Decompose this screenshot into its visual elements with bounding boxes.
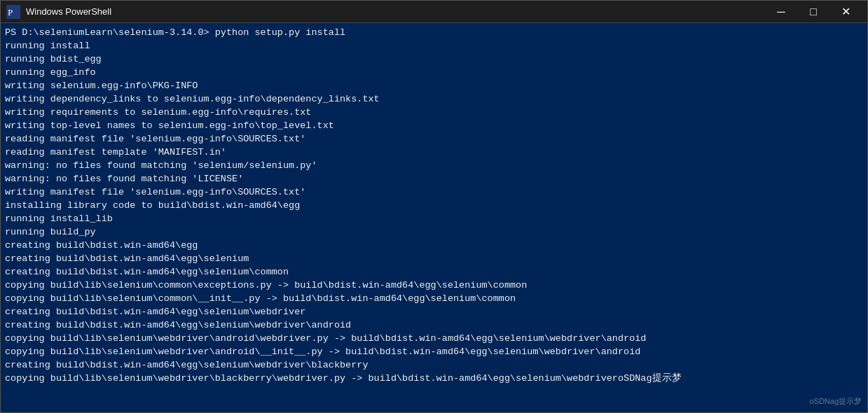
terminal-line: writing manifest file 'selenium.egg-info… <box>5 186 853 199</box>
svg-text:P: P <box>8 7 13 18</box>
powershell-window: P Windows PowerShell ─ □ ✕ PS D:\seleniu… <box>0 0 868 413</box>
terminal-body[interactable]: PS D:\seleniumLearn\selenium-3.14.0> pyt… <box>1 23 867 412</box>
terminal-line: copying build\lib\selenium\webdriver\and… <box>5 332 853 345</box>
terminal-line: creating build\bdist.win-amd64\egg\selen… <box>5 305 853 318</box>
terminal-line: copying build\lib\selenium\webdriver\and… <box>5 345 853 358</box>
terminal-line: copying build\lib\selenium\common\except… <box>5 279 853 292</box>
terminal-line: copying build\lib\selenium\webdriver\bla… <box>5 372 853 385</box>
terminal-line: writing requirements to selenium.egg-inf… <box>5 106 853 119</box>
watermark: oSDNag提示梦 <box>809 395 862 408</box>
terminal-line: copying build\lib\selenium\common\__init… <box>5 292 853 305</box>
window-controls: ─ □ ✕ <box>765 1 862 23</box>
terminal-line: writing top-level names to selenium.egg-… <box>5 119 853 132</box>
minimize-button[interactable]: ─ <box>765 1 797 23</box>
terminal-line: warning: no files found matching 'LICENS… <box>5 172 853 186</box>
close-button[interactable]: ✕ <box>829 1 862 23</box>
terminal-line: running bdist_egg <box>5 52 853 66</box>
terminal-line: reading manifest file 'selenium.egg-info… <box>5 132 853 146</box>
terminal-line: writing dependency_links to selenium.egg… <box>5 92 853 106</box>
terminal-line: reading manifest template 'MANIFEST.in' <box>5 146 853 159</box>
terminal-line: installing library code to build\bdist.w… <box>5 199 853 212</box>
terminal-line: creating build\bdist.win-amd64\egg <box>5 239 853 252</box>
terminal-line: creating build\bdist.win-amd64\egg\selen… <box>5 265 853 279</box>
terminal-line: running egg_info <box>5 66 853 79</box>
terminal-line: running install <box>5 39 853 52</box>
terminal-line: warning: no files found matching 'seleni… <box>5 159 853 172</box>
terminal-line: writing selenium.egg-info\PKG-INFO <box>5 79 853 92</box>
terminal-line: creating build\bdist.win-amd64\egg\selen… <box>5 252 853 265</box>
terminal-line: running install_lib <box>5 212 853 225</box>
maximize-button[interactable]: □ <box>797 1 829 23</box>
title-bar: P Windows PowerShell ─ □ ✕ <box>1 1 867 23</box>
terminal-line: creating build\bdist.win-amd64\egg\selen… <box>5 358 853 372</box>
powershell-icon: P <box>6 5 20 19</box>
window-title: Windows PowerShell <box>26 6 765 17</box>
terminal-line: creating build\bdist.win-amd64\egg\selen… <box>5 318 853 332</box>
terminal-line: PS D:\seleniumLearn\selenium-3.14.0> pyt… <box>5 26 853 39</box>
terminal-line: running build_py <box>5 225 853 239</box>
terminal-content[interactable]: PS D:\seleniumLearn\selenium-3.14.0> pyt… <box>5 26 853 410</box>
